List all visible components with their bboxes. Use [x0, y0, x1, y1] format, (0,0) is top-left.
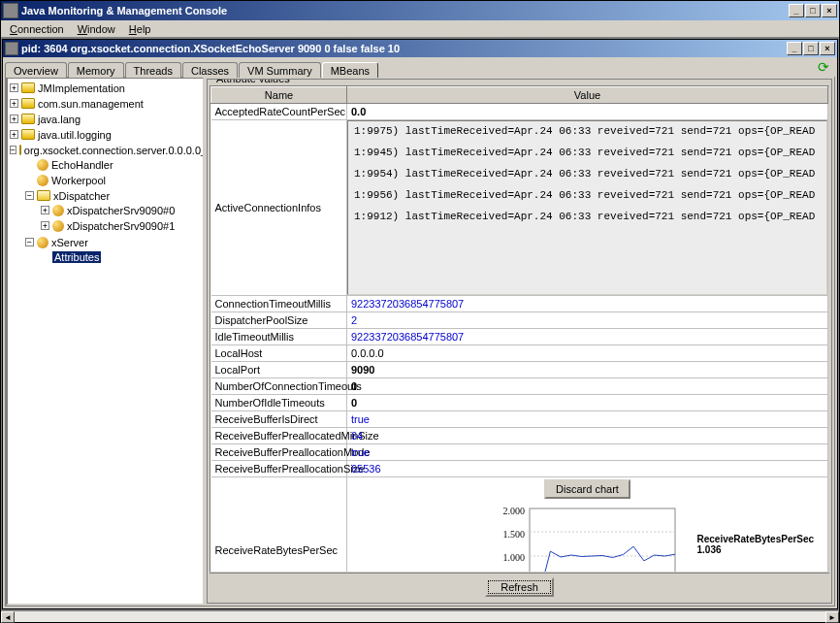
tree-toggle[interactable]: + — [41, 206, 49, 214]
mdi-title: pid: 3604 org.xsocket.connection.XSocket… — [21, 43, 787, 54]
bean-icon — [52, 220, 64, 232]
right-pane: Attribute values Name Value AcceptedRate… — [205, 77, 834, 606]
table-row: ConnectionTimeoutMillis92233720368547758… — [211, 296, 828, 312]
attribute-table[interactable]: Name Value AcceptedRateCountPerSec0.0 Ac… — [210, 85, 829, 573]
folder-open-icon — [37, 190, 50, 201]
chart-hover-label: ReceiveRateBytesPerSec 1.036 — [697, 534, 815, 555]
close-button[interactable]: × — [822, 4, 837, 17]
col-name[interactable]: Name — [211, 87, 347, 104]
col-value[interactable]: Value — [347, 87, 828, 104]
folder-open-icon — [19, 145, 21, 155]
tree-label[interactable]: java.util.logging — [38, 129, 112, 141]
tree-toggle[interactable]: + — [10, 115, 18, 123]
refresh-bar: Refresh — [210, 573, 829, 601]
tree-label[interactable]: Workerpool — [51, 175, 106, 186]
bean-icon — [37, 175, 48, 186]
tree-label[interactable]: xDispatcherSrv9090#0 — [67, 205, 175, 216]
menu-connection[interactable]: Connection — [3, 22, 71, 36]
table-row: ReceiveBufferIsDirecttrue — [211, 411, 828, 428]
table-row: LocalHost0.0.0.0 — [211, 345, 828, 362]
refresh-button[interactable]: Refresh — [485, 577, 554, 597]
titlebar: Java Monitoring & Management Console _ □… — [1, 1, 839, 20]
table-row: NumberOfIdleTimeouts0 — [211, 395, 828, 411]
svg-text:1.000: 1.000 — [502, 552, 525, 563]
tab-content: +JMImplementation +com.sun.management +j… — [5, 77, 835, 607]
scroll-right-icon[interactable]: ► — [825, 611, 839, 623]
tab-memory[interactable]: Memory — [68, 62, 124, 78]
mbean-tree[interactable]: +JMImplementation +com.sun.management +j… — [6, 77, 205, 606]
active-connection-infos[interactable]: 1:9975) lastTimeReceived=Apr.24 06:33 re… — [347, 120, 827, 295]
tree-label[interactable]: org.xsocket.connection.server.0.0.0.0_90… — [24, 145, 205, 156]
tree-toggle[interactable]: + — [10, 83, 18, 92]
tree-toggle[interactable]: + — [10, 130, 18, 139]
mdi-minimize-button[interactable]: _ — [787, 42, 802, 55]
reconnect-icon[interactable]: ⟳ — [818, 59, 831, 73]
bean-icon — [37, 237, 48, 248]
horizontal-scrollbar[interactable]: ◄ ► — [1, 610, 839, 622]
table-row: NumberOfConnectionTimeouts0 — [211, 378, 828, 395]
bean-icon — [37, 159, 48, 171]
svg-text:2.000: 2.000 — [502, 506, 525, 516]
table-row: ReceiveBufferPreallocatedMinSize64 — [211, 428, 828, 444]
tab-threads[interactable]: Threads — [125, 62, 181, 78]
mdi-child: pid: 3604 org.xsocket.connection.XSocket… — [2, 39, 838, 609]
bean-icon — [52, 205, 64, 216]
folder-icon — [21, 98, 35, 109]
tabs-row: Overview Memory Threads Classes VM Summa… — [3, 57, 837, 77]
mdi-close-button[interactable]: × — [820, 42, 835, 55]
tree-toggle[interactable]: − — [10, 146, 16, 154]
tree-label[interactable]: EchoHandler — [51, 159, 113, 171]
tree-toggle[interactable]: + — [41, 221, 49, 230]
tree-label[interactable]: JMImplementation — [38, 82, 125, 94]
table-row: LocalPort9090 — [211, 362, 828, 378]
svg-rect-7 — [530, 508, 675, 573]
tab-classes[interactable]: Classes — [182, 62, 238, 78]
receive-rate-chart[interactable]: 2.000 1.500 1.000 500 0 06:33 06:34 — [486, 503, 690, 573]
folder-icon — [21, 114, 35, 124]
table-row: AcceptedRateCountPerSec0.0 — [211, 104, 828, 120]
tree-label[interactable]: xDispatcherSrv9090#1 — [67, 220, 175, 232]
table-row: ReceiveBufferPreallocationModetrue — [211, 444, 828, 461]
attribute-values-group: Attribute values Name Value AcceptedRate… — [207, 79, 832, 604]
tree-toggle[interactable]: − — [25, 238, 34, 246]
maximize-button[interactable]: □ — [805, 4, 821, 17]
svg-text:1.500: 1.500 — [502, 529, 525, 540]
mdi-titlebar: pid: 3604 org.xsocket.connection.XSocket… — [3, 40, 837, 57]
scroll-left-icon[interactable]: ◄ — [1, 611, 15, 623]
java-icon — [3, 3, 18, 18]
mdi-maximize-button[interactable]: □ — [803, 42, 819, 55]
tab-overview[interactable]: Overview — [5, 62, 67, 78]
table-row: IdleTimeoutMillis9223372036854775807 — [211, 329, 828, 345]
mdi-area: pid: 3604 org.xsocket.connection.XSocket… — [1, 38, 839, 610]
tab-vmsummary[interactable]: VM Summary — [239, 62, 321, 78]
table-row: ActiveConnectionInfos 1:9975) lastTimeRe… — [211, 120, 828, 296]
tree-label[interactable]: xServer — [51, 237, 88, 248]
window-title: Java Monitoring & Management Console — [21, 5, 789, 16]
tree-toggle[interactable]: + — [10, 99, 18, 108]
tree-label[interactable]: java.lang — [38, 114, 81, 125]
table-row: DispatcherPoolSize2 — [211, 312, 828, 329]
menu-window[interactable]: Window — [71, 22, 122, 36]
menu-help[interactable]: Help — [122, 22, 158, 36]
menubar: Connection Window Help — [1, 20, 839, 38]
tree-toggle[interactable]: − — [25, 191, 34, 200]
table-row: ReceiveBufferPreallocationSize65536 — [211, 461, 828, 477]
chart-svg: 2.000 1.500 1.000 500 0 06:33 06:34 — [486, 503, 690, 573]
minimize-button[interactable]: _ — [789, 4, 804, 17]
folder-icon — [21, 129, 35, 140]
tab-mbeans[interactable]: MBeans — [322, 62, 378, 78]
tree-attributes-selected[interactable]: Attributes — [52, 251, 101, 263]
main-window: Java Monitoring & Management Console _ □… — [0, 0, 840, 623]
tree-label[interactable]: xDispatcher — [53, 190, 110, 202]
table-row: ReceiveRateBytesPerSec Discard chart 2.0… — [211, 477, 828, 574]
folder-icon — [21, 82, 35, 93]
discard-chart-button[interactable]: Discard chart — [544, 479, 630, 499]
group-legend: Attribute values — [213, 79, 293, 84]
mdi-icon — [5, 42, 18, 55]
tree-label[interactable]: com.sun.management — [38, 98, 144, 110]
